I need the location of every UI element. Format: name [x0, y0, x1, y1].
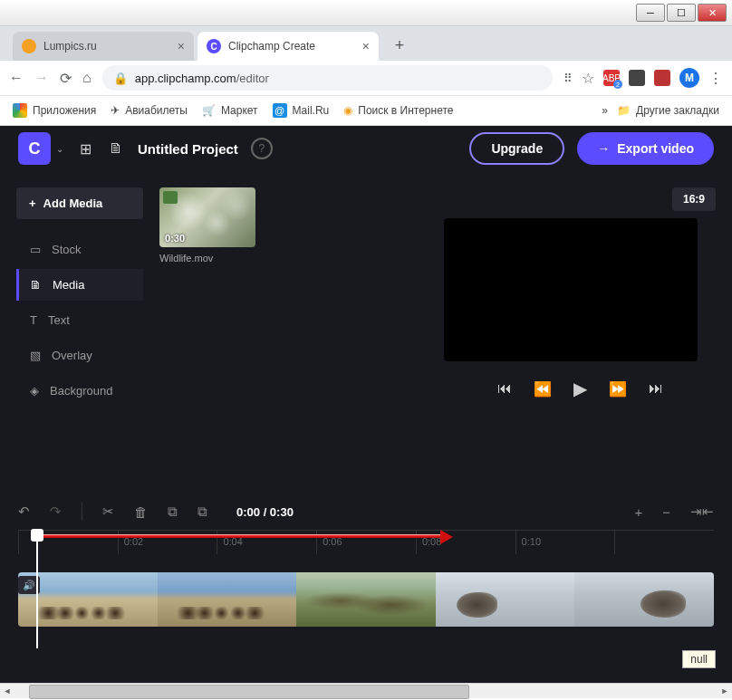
lock-icon: 🔒: [113, 72, 128, 85]
bookmark-mail[interactable]: @Mail.Ru: [273, 103, 330, 118]
sidebar-item-stock[interactable]: ▭Stock: [16, 234, 143, 265]
media-clip[interactable]: 0:30 Wildlife.mov: [159, 187, 255, 264]
plus-icon: +: [29, 197, 36, 210]
play-button[interactable]: ▶: [573, 378, 587, 399]
upgrade-button[interactable]: Upgrade: [469, 132, 564, 165]
annotation-arrow: [43, 534, 442, 538]
search-bm-icon: ◉: [343, 104, 352, 117]
url-path: /editor: [236, 72, 269, 85]
clip-thumbnail: 0:30: [159, 187, 255, 247]
scroll-thumb[interactable]: [29, 685, 469, 699]
extension-icon[interactable]: [629, 70, 645, 86]
zoom-out-button[interactable]: −: [662, 504, 670, 520]
tab-favicon: C: [207, 39, 221, 53]
track-frame: [574, 572, 714, 627]
browser-tab-lumpics[interactable]: Lumpics.ru ×: [13, 32, 194, 61]
file-icon[interactable]: 🗎: [107, 140, 125, 157]
playhead[interactable]: [36, 531, 38, 648]
window-close-button[interactable]: ✕: [698, 4, 727, 22]
profile-avatar[interactable]: M: [679, 68, 699, 88]
bookmark-apps[interactable]: Приложения: [13, 103, 96, 118]
forward-button[interactable]: →: [34, 70, 49, 86]
track-frame: [436, 572, 575, 627]
video-icon[interactable]: ⊞: [76, 140, 94, 158]
export-video-button[interactable]: → Export video: [577, 132, 714, 165]
video-track-clip[interactable]: [18, 572, 714, 627]
skip-end-button[interactable]: ⏭: [649, 380, 663, 397]
cut-button[interactable]: ✂: [102, 503, 114, 520]
undo-button[interactable]: ↶: [18, 503, 30, 520]
scroll-left-button[interactable]: ◄: [0, 685, 14, 697]
clip-filename: Wildlife.mov: [159, 253, 255, 264]
delete-button[interactable]: 🗑: [134, 504, 148, 520]
window-minimize-button[interactable]: ─: [636, 4, 665, 22]
track-frame: [296, 572, 436, 627]
clip-badge-icon: [163, 191, 178, 204]
bookmark-search[interactable]: ◉Поиск в Интернете: [343, 104, 453, 117]
horizontal-scrollbar[interactable]: ◄ ►: [0, 683, 732, 698]
overlay-icon: ▧: [30, 349, 41, 362]
bookmark-market[interactable]: 🛒Маркет: [202, 104, 258, 117]
tab-title: Lumpics.ru: [43, 40, 97, 53]
address-bar[interactable]: 🔒 app.clipchamp.com/editor: [102, 65, 553, 91]
skip-start-button[interactable]: ⏮: [497, 380, 512, 397]
export-arrow-icon: →: [597, 141, 610, 156]
new-tab-button[interactable]: +: [388, 34, 411, 57]
bookmark-overflow[interactable]: »: [602, 104, 608, 117]
track-frame: [158, 572, 297, 627]
tab-close-icon[interactable]: ×: [178, 39, 185, 53]
add-media-button[interactable]: + Add Media: [16, 187, 143, 219]
sidebar-item-text[interactable]: TText: [16, 304, 143, 336]
timeline-ruler[interactable]: 0:02 0:04 0:06 0:08 0:10: [18, 530, 714, 554]
sidebar-item-overlay[interactable]: ▧Overlay: [16, 340, 143, 371]
plane-icon: ✈: [111, 104, 120, 117]
apps-icon: [13, 103, 27, 118]
timeline-time: 0:00 / 0:30: [236, 505, 294, 519]
project-title[interactable]: Untitled Project: [138, 141, 238, 157]
app-logo[interactable]: C: [18, 132, 51, 165]
clip-duration: 0:30: [165, 233, 185, 244]
window-maximize-button[interactable]: ☐: [667, 4, 696, 22]
copy-button[interactable]: ⧉: [168, 503, 178, 520]
mailru-icon: @: [273, 103, 287, 118]
extension-adblock-icon[interactable]: ABP2: [603, 70, 620, 86]
zoom-fit-button[interactable]: ⇥⇤: [690, 503, 714, 520]
url-domain: app.clipchamp.com: [135, 72, 236, 85]
media-icon: 🗎: [30, 278, 42, 292]
null-tooltip: null: [682, 650, 716, 668]
redo-button[interactable]: ↷: [50, 503, 62, 520]
ruler-tick: [614, 531, 714, 554]
rewind-button[interactable]: ⏪: [534, 380, 552, 398]
ruler-tick: 0:10: [515, 531, 615, 554]
extension-pdf-icon[interactable]: [654, 70, 670, 86]
sidebar-item-media[interactable]: 🗎Media: [16, 269, 143, 301]
browser-menu-icon[interactable]: ⋮: [708, 70, 723, 87]
back-button[interactable]: ←: [9, 70, 24, 86]
fast-forward-button[interactable]: ⏩: [609, 380, 627, 398]
browser-tab-clipchamp[interactable]: C Clipchamp Create ×: [197, 32, 379, 61]
bookmark-other[interactable]: 📁Другие закладки: [617, 104, 719, 117]
scroll-right-button[interactable]: ►: [718, 685, 732, 697]
stock-icon: ▭: [30, 243, 41, 256]
scroll-track[interactable]: [29, 685, 703, 697]
background-icon: ◈: [30, 384, 39, 398]
market-icon: 🛒: [202, 104, 216, 117]
logo-chevron-icon[interactable]: ⌄: [56, 144, 63, 154]
text-icon: T: [30, 313, 37, 327]
tab-favicon: [22, 39, 36, 53]
duplicate-button[interactable]: ⧉: [197, 503, 207, 520]
separator: [82, 503, 82, 521]
translate-icon[interactable]: ⠿: [563, 72, 573, 85]
sidebar-item-background[interactable]: ◈Background: [16, 375, 143, 407]
zoom-in-button[interactable]: +: [634, 504, 642, 520]
aspect-ratio-button[interactable]: 16:9: [672, 187, 716, 211]
reload-button[interactable]: ⟳: [60, 70, 72, 87]
home-button[interactable]: ⌂: [82, 70, 92, 86]
bookmark-star-icon[interactable]: ☆: [582, 70, 594, 87]
bookmark-flights[interactable]: ✈Авиабилеты: [111, 104, 188, 117]
help-button[interactable]: ?: [251, 138, 273, 159]
video-preview[interactable]: [444, 218, 698, 361]
tab-close-icon[interactable]: ×: [362, 39, 370, 53]
folder-icon: 📁: [617, 104, 631, 117]
tab-title: Clipchamp Create: [228, 40, 315, 53]
